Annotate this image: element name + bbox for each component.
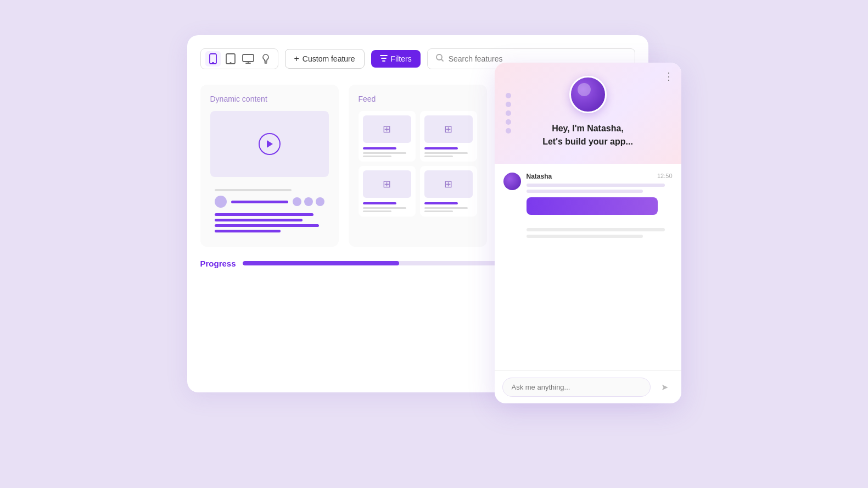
msg-gray-2 — [527, 235, 643, 238]
feed-card: Feed ⊞ ⊞ — [349, 85, 487, 247]
chat-hero-dot-1 — [506, 93, 511, 98]
msg-sender-name: Natasha — [527, 173, 552, 180]
feed-item-4: ⊞ — [420, 166, 477, 217]
chat-menu-button[interactable]: ⋮ — [664, 70, 674, 82]
chat-input[interactable] — [502, 378, 651, 397]
message-item-2 — [503, 228, 673, 241]
custom-feature-label: Custom feature — [303, 54, 355, 63]
feed-line-3-3 — [363, 210, 392, 212]
chat-input-area: ➤ — [495, 370, 681, 403]
avatar-dots — [506, 93, 511, 134]
progress-label: Progress — [200, 259, 236, 268]
feed-title: Feed — [359, 95, 477, 103]
video-placeholder — [210, 111, 329, 177]
chat-hero: ⋮ Hey, I'm Natasha, Let's build your app… — [495, 63, 681, 164]
mobile-icon[interactable] — [205, 51, 221, 66]
bulb-icon[interactable] — [258, 51, 273, 66]
lines-stack — [215, 213, 324, 232]
feed-line-2-4 — [424, 207, 468, 209]
natasha-avatar — [569, 76, 607, 113]
dot-3 — [316, 197, 324, 206]
chat-hero-dot-4 — [506, 119, 511, 125]
send-icon: ➤ — [661, 382, 668, 392]
msg-line-1b — [527, 190, 643, 193]
content-lines — [210, 185, 329, 237]
feed-line-3-4 — [424, 210, 453, 212]
msg-gray-1 — [527, 228, 665, 231]
msg-content-2 — [503, 228, 673, 241]
msg-avatar-1 — [503, 173, 521, 190]
image-icon-2: ⊞ — [444, 123, 452, 135]
message-item-1: Natasha 12:50 — [503, 173, 673, 219]
chat-greeting: Hey, I'm Natasha, Let's build your app..… — [542, 122, 633, 148]
feed-item-2: ⊞ — [420, 111, 477, 162]
search-icon — [435, 53, 444, 64]
image-icon-1: ⊞ — [383, 123, 391, 135]
feed-line-3-1 — [363, 156, 392, 157]
svg-rect-3 — [229, 62, 231, 63]
avatar-small — [215, 196, 227, 208]
progress-fill — [243, 261, 400, 265]
feed-image-3: ⊞ — [363, 170, 411, 198]
filters-label: Filters — [391, 54, 412, 63]
chat-hero-dot-5 — [506, 128, 511, 134]
filters-button[interactable]: Filters — [371, 50, 421, 68]
msg-header-1: Natasha 12:50 — [527, 173, 673, 180]
image-icon-3: ⊞ — [383, 178, 391, 190]
dot-2 — [304, 197, 313, 206]
msg-line-1a — [527, 184, 665, 187]
msg-line-purple — [527, 197, 658, 215]
svg-rect-1 — [212, 62, 214, 63]
feed-line-title-4 — [424, 202, 458, 204]
feed-line-2-3 — [363, 207, 406, 209]
send-button[interactable]: ➤ — [656, 379, 674, 396]
filter-icon — [380, 54, 388, 63]
feed-image-2: ⊞ — [424, 115, 473, 143]
monitor-icon[interactable] — [240, 51, 256, 66]
feed-item-1: ⊞ — [359, 111, 416, 162]
feed-item-3: ⊞ — [359, 166, 416, 217]
feed-image-4: ⊞ — [424, 170, 473, 198]
plus-icon: + — [294, 54, 299, 64]
feed-line-title-3 — [363, 202, 397, 204]
dot-1 — [293, 197, 301, 206]
feed-line-2-1 — [363, 152, 406, 154]
custom-feature-button[interactable]: + Custom feature — [285, 49, 365, 69]
msg-content-1: Natasha 12:50 — [527, 173, 673, 219]
feed-line-2-2 — [424, 152, 468, 154]
msg-time-1: 12:50 — [657, 173, 673, 180]
content-row-1 — [215, 196, 324, 208]
dynamic-content-title: Dynamic content — [210, 95, 329, 103]
tablet-icon[interactable] — [223, 51, 238, 66]
chat-hero-dot-3 — [506, 110, 511, 116]
chat-messages: Natasha 12:50 — [495, 164, 681, 370]
svg-rect-4 — [243, 54, 254, 62]
feed-line-title-2 — [424, 147, 458, 149]
device-icons-group — [200, 48, 278, 69]
chat-hero-dot-2 — [506, 102, 511, 107]
feed-grid: ⊞ ⊞ — [359, 111, 477, 217]
chat-panel: ⋮ Hey, I'm Natasha, Let's build your app… — [495, 63, 681, 403]
feed-line-3-2 — [424, 156, 453, 157]
feed-image-1: ⊞ — [363, 115, 411, 143]
feed-line-title-1 — [363, 147, 397, 149]
search-input[interactable] — [449, 54, 627, 63]
play-icon — [259, 133, 281, 155]
image-icon-4: ⊞ — [444, 178, 452, 190]
dot-row — [293, 197, 324, 206]
dynamic-content-card: Dynamic content — [200, 85, 339, 247]
